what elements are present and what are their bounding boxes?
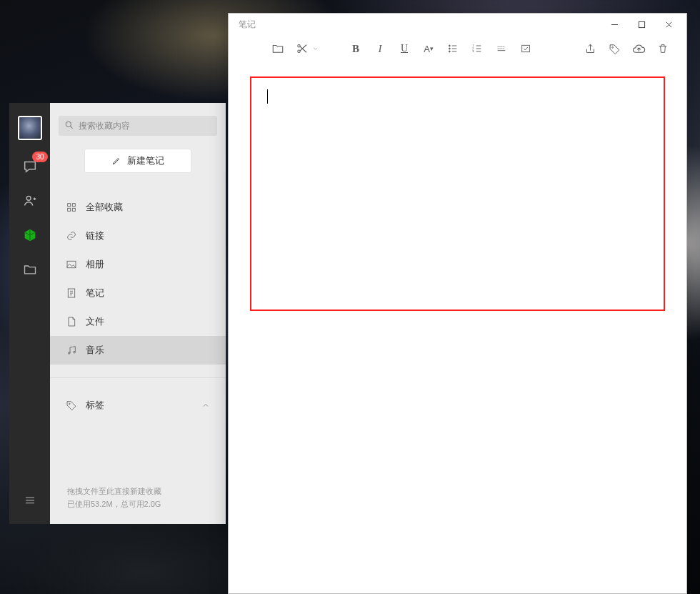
bullet-list-icon: [447, 43, 459, 54]
contacts-icon: [22, 193, 38, 209]
svg-rect-3: [72, 204, 75, 207]
text-cursor: [267, 89, 268, 104]
bold-button[interactable]: B: [346, 39, 365, 58]
tags-toggle[interactable]: 标签: [50, 391, 226, 420]
cube-icon: [23, 228, 37, 242]
svg-rect-4: [68, 208, 71, 211]
checklist-icon: [520, 43, 531, 54]
avatar[interactable]: [18, 116, 42, 140]
tag-icon: [66, 400, 77, 411]
chat-button[interactable]: 30: [19, 156, 41, 177]
favorites-button[interactable]: [19, 224, 41, 246]
tag-button[interactable]: [605, 39, 624, 58]
category-label: 音乐: [86, 344, 104, 357]
svg-point-1: [66, 122, 71, 127]
menu-icon: [24, 494, 36, 507]
search-icon: [64, 120, 74, 130]
svg-rect-6: [67, 261, 76, 267]
toolbar: B I U A▾ 123: [229, 35, 686, 62]
hr-icon: [496, 43, 507, 54]
window-title: 笔记: [239, 19, 256, 31]
italic-button[interactable]: I: [371, 39, 389, 58]
svg-point-16: [449, 51, 450, 52]
favorites-panel: 新建笔记 全部收藏 链接 相册 笔记 文件 音乐: [50, 103, 226, 524]
folder-icon: [23, 262, 37, 277]
cut-button[interactable]: [293, 39, 311, 58]
search-input[interactable]: [59, 116, 217, 136]
chevron-down-icon[interactable]: [313, 46, 318, 51]
category-notes[interactable]: 笔记: [50, 279, 226, 307]
svg-point-10: [69, 403, 71, 405]
editor-content[interactable]: [250, 76, 665, 311]
category-links[interactable]: 链接: [50, 222, 226, 250]
number-list-icon: 123: [471, 43, 483, 54]
category-all[interactable]: 全部收藏: [50, 193, 226, 222]
new-note-label: 新建笔记: [127, 154, 164, 167]
chevron-up-icon: [201, 401, 210, 410]
note-window: 笔记 B I U A▾ 123: [228, 13, 687, 594]
category-albums[interactable]: 相册: [50, 250, 226, 279]
minimize-icon: [611, 21, 619, 29]
category-files[interactable]: 文件: [50, 307, 226, 336]
scissors-icon: [296, 42, 309, 55]
footer-storage: 已使用53.2M，总可用2.0G: [67, 498, 209, 511]
left-rail: 30: [9, 103, 50, 524]
image-icon: [66, 259, 77, 270]
category-label: 文件: [86, 315, 104, 328]
svg-rect-5: [72, 208, 75, 211]
svg-rect-20: [522, 45, 530, 51]
divider: [50, 377, 226, 378]
grid-icon: [66, 202, 77, 213]
files-button[interactable]: [19, 259, 41, 280]
chat-badge: 30: [32, 152, 47, 162]
svg-point-13: [298, 50, 300, 52]
category-music[interactable]: 音乐: [50, 336, 226, 365]
pencil-icon: [111, 156, 121, 166]
close-icon: [665, 21, 673, 29]
editor-area: [229, 62, 686, 593]
underline-button[interactable]: U: [395, 39, 414, 58]
minimize-button[interactable]: [601, 15, 628, 34]
folder-button[interactable]: [269, 39, 287, 58]
tags-label: 标签: [86, 399, 104, 412]
cloud-button[interactable]: [629, 39, 648, 58]
panel-footer: 拖拽文件至此直接新建收藏 已使用53.2M，总可用2.0G: [50, 485, 226, 524]
note-icon: [66, 287, 77, 299]
divider-button[interactable]: [492, 39, 511, 58]
category-label: 笔记: [86, 287, 104, 300]
svg-text:3: 3: [472, 49, 474, 53]
bullet-list-button[interactable]: [444, 39, 462, 58]
titlebar[interactable]: 笔记: [229, 14, 686, 35]
svg-point-12: [298, 45, 300, 47]
menu-button[interactable]: [19, 490, 41, 511]
maximize-icon: [638, 21, 646, 29]
footer-hint: 拖拽文件至此直接新建收藏: [67, 485, 209, 498]
checklist-button[interactable]: [516, 39, 535, 58]
cloud-icon: [632, 42, 646, 56]
link-icon: [66, 230, 77, 242]
delete-button[interactable]: [654, 39, 672, 58]
number-list-button[interactable]: 123: [468, 39, 486, 58]
category-label: 链接: [86, 229, 104, 242]
svg-point-14: [449, 45, 450, 46]
folder-icon: [271, 42, 284, 55]
svg-point-21: [611, 46, 613, 48]
file-icon: [66, 316, 77, 327]
svg-point-15: [449, 48, 450, 49]
svg-point-9: [74, 351, 76, 353]
music-icon: [66, 345, 77, 356]
category-list: 全部收藏 链接 相册 笔记 文件 音乐: [50, 193, 226, 365]
svg-point-0: [26, 196, 31, 200]
share-icon: [584, 43, 596, 55]
contacts-button[interactable]: [19, 190, 41, 212]
trash-icon: [657, 43, 669, 54]
tag-icon: [609, 43, 621, 55]
close-button[interactable]: [655, 15, 682, 34]
share-button[interactable]: [581, 39, 599, 58]
font-button[interactable]: A▾: [419, 39, 438, 58]
svg-point-8: [68, 352, 70, 355]
maximize-button[interactable]: [628, 15, 655, 34]
category-label: 相册: [86, 258, 104, 271]
svg-rect-11: [639, 21, 644, 27]
new-note-button[interactable]: 新建笔记: [84, 149, 191, 173]
